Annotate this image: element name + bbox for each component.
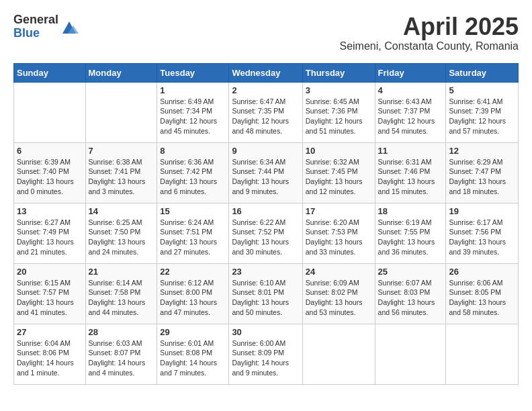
day-info: Sunrise: 6:29 AM Sunset: 7:47 PM Dayligh… xyxy=(449,157,515,197)
day-number: 19 xyxy=(449,206,515,216)
calendar-week-2: 13Sunrise: 6:27 AM Sunset: 7:49 PM Dayli… xyxy=(14,203,519,263)
day-info: Sunrise: 6:34 AM Sunset: 7:44 PM Dayligh… xyxy=(232,157,299,197)
day-info: Sunrise: 6:09 AM Sunset: 8:02 PM Dayligh… xyxy=(306,278,372,318)
calendar-cell: 1Sunrise: 6:49 AM Sunset: 7:34 PM Daylig… xyxy=(157,82,229,142)
calendar-cell: 23Sunrise: 6:10 AM Sunset: 8:01 PM Dayli… xyxy=(229,263,302,324)
calendar-cell: 22Sunrise: 6:12 AM Sunset: 8:00 PM Dayli… xyxy=(157,263,229,324)
day-info: Sunrise: 6:17 AM Sunset: 7:56 PM Dayligh… xyxy=(449,218,515,257)
calendar-cell: 21Sunrise: 6:14 AM Sunset: 7:58 PM Dayli… xyxy=(85,263,157,324)
day-number: 14 xyxy=(89,206,154,216)
day-number: 15 xyxy=(160,206,226,216)
day-info: Sunrise: 6:27 AM Sunset: 7:49 PM Dayligh… xyxy=(17,218,83,257)
day-info: Sunrise: 6:31 AM Sunset: 7:46 PM Dayligh… xyxy=(378,157,443,197)
calendar-cell: 25Sunrise: 6:07 AM Sunset: 8:03 PM Dayli… xyxy=(375,263,446,324)
calendar-cell: 12Sunrise: 6:29 AM Sunset: 7:47 PM Dayli… xyxy=(446,142,519,203)
calendar-cell: 11Sunrise: 6:31 AM Sunset: 7:46 PM Dayli… xyxy=(375,142,446,203)
calendar-cell: 16Sunrise: 6:22 AM Sunset: 7:52 PM Dayli… xyxy=(229,203,302,263)
logo-blue-text: Blue xyxy=(13,27,58,40)
calendar-week-3: 20Sunrise: 6:15 AM Sunset: 7:57 PM Dayli… xyxy=(14,263,519,324)
day-info: Sunrise: 6:14 AM Sunset: 7:58 PM Dayligh… xyxy=(89,278,154,318)
calendar-cell: 6Sunrise: 6:39 AM Sunset: 7:40 PM Daylig… xyxy=(14,142,86,203)
day-info: Sunrise: 6:06 AM Sunset: 8:05 PM Dayligh… xyxy=(449,278,515,318)
calendar-header: SundayMondayTuesdayWednesdayThursdayFrid… xyxy=(14,63,519,82)
day-number: 28 xyxy=(89,327,154,337)
calendar-cell: 29Sunrise: 6:01 AM Sunset: 8:08 PM Dayli… xyxy=(157,324,229,384)
day-number: 27 xyxy=(17,327,83,337)
header-row: SundayMondayTuesdayWednesdayThursdayFrid… xyxy=(14,63,519,82)
day-info: Sunrise: 6:07 AM Sunset: 8:03 PM Dayligh… xyxy=(378,278,443,318)
calendar-cell: 13Sunrise: 6:27 AM Sunset: 7:49 PM Dayli… xyxy=(14,203,86,263)
calendar-cell xyxy=(302,324,375,384)
day-number: 9 xyxy=(232,146,299,156)
day-number: 6 xyxy=(17,146,83,156)
calendar-cell: 10Sunrise: 6:32 AM Sunset: 7:45 PM Dayli… xyxy=(302,142,375,203)
calendar-cell: 20Sunrise: 6:15 AM Sunset: 7:57 PM Dayli… xyxy=(14,263,86,324)
calendar-cell xyxy=(85,82,157,142)
calendar-cell: 4Sunrise: 6:43 AM Sunset: 7:37 PM Daylig… xyxy=(375,82,446,142)
day-info: Sunrise: 6:45 AM Sunset: 7:36 PM Dayligh… xyxy=(306,97,372,136)
calendar-cell: 3Sunrise: 6:45 AM Sunset: 7:36 PM Daylig… xyxy=(302,82,375,142)
day-info: Sunrise: 6:38 AM Sunset: 7:41 PM Dayligh… xyxy=(89,157,154,197)
calendar-cell: 18Sunrise: 6:19 AM Sunset: 7:55 PM Dayli… xyxy=(375,203,446,263)
day-number: 12 xyxy=(449,146,515,156)
day-info: Sunrise: 6:49 AM Sunset: 7:34 PM Dayligh… xyxy=(160,97,226,136)
day-number: 25 xyxy=(378,267,443,277)
calendar-cell: 24Sunrise: 6:09 AM Sunset: 8:02 PM Dayli… xyxy=(302,263,375,324)
day-info: Sunrise: 6:39 AM Sunset: 7:40 PM Dayligh… xyxy=(17,157,83,197)
calendar-week-0: 1Sunrise: 6:49 AM Sunset: 7:34 PM Daylig… xyxy=(14,82,519,142)
day-number: 17 xyxy=(306,206,372,216)
calendar-cell: 8Sunrise: 6:36 AM Sunset: 7:42 PM Daylig… xyxy=(157,142,229,203)
logo-general-text: General xyxy=(13,13,58,27)
calendar-cell: 7Sunrise: 6:38 AM Sunset: 7:41 PM Daylig… xyxy=(85,142,157,203)
day-number: 5 xyxy=(449,85,515,95)
day-number: 3 xyxy=(306,85,372,95)
header-monday: Monday xyxy=(85,63,157,82)
calendar-cell: 9Sunrise: 6:34 AM Sunset: 7:44 PM Daylig… xyxy=(229,142,302,203)
day-number: 1 xyxy=(160,85,226,95)
calendar-week-4: 27Sunrise: 6:04 AM Sunset: 8:06 PM Dayli… xyxy=(14,324,519,384)
day-number: 24 xyxy=(306,267,372,277)
page-header: General Blue April 2025 Seimeni, Constan… xyxy=(13,13,519,52)
day-number: 22 xyxy=(160,267,226,277)
logo: General Blue xyxy=(13,13,79,40)
day-info: Sunrise: 6:04 AM Sunset: 8:06 PM Dayligh… xyxy=(17,338,83,378)
calendar-cell: 14Sunrise: 6:25 AM Sunset: 7:50 PM Dayli… xyxy=(85,203,157,263)
day-info: Sunrise: 6:03 AM Sunset: 8:07 PM Dayligh… xyxy=(89,338,154,378)
day-info: Sunrise: 6:19 AM Sunset: 7:55 PM Dayligh… xyxy=(378,218,443,257)
location-title: Seimeni, Constanta County, Romania xyxy=(339,40,519,52)
calendar-week-1: 6Sunrise: 6:39 AM Sunset: 7:40 PM Daylig… xyxy=(14,142,519,203)
logo-icon xyxy=(60,17,79,36)
day-info: Sunrise: 6:12 AM Sunset: 8:00 PM Dayligh… xyxy=(160,278,226,318)
day-info: Sunrise: 6:36 AM Sunset: 7:42 PM Dayligh… xyxy=(160,157,226,197)
day-number: 26 xyxy=(449,267,515,277)
day-number: 23 xyxy=(232,267,299,277)
day-info: Sunrise: 6:20 AM Sunset: 7:53 PM Dayligh… xyxy=(306,218,372,257)
calendar-cell: 26Sunrise: 6:06 AM Sunset: 8:05 PM Dayli… xyxy=(446,263,519,324)
day-number: 10 xyxy=(306,146,372,156)
calendar-cell xyxy=(375,324,446,384)
calendar-table: SundayMondayTuesdayWednesdayThursdayFrid… xyxy=(13,63,519,385)
calendar-cell: 15Sunrise: 6:24 AM Sunset: 7:51 PM Dayli… xyxy=(157,203,229,263)
day-info: Sunrise: 6:47 AM Sunset: 7:35 PM Dayligh… xyxy=(232,97,299,136)
header-sunday: Sunday xyxy=(14,63,86,82)
day-info: Sunrise: 6:01 AM Sunset: 8:08 PM Dayligh… xyxy=(160,338,226,378)
calendar-cell: 28Sunrise: 6:03 AM Sunset: 8:07 PM Dayli… xyxy=(85,324,157,384)
header-friday: Friday xyxy=(375,63,446,82)
calendar-cell: 30Sunrise: 6:00 AM Sunset: 8:09 PM Dayli… xyxy=(229,324,302,384)
day-info: Sunrise: 6:24 AM Sunset: 7:51 PM Dayligh… xyxy=(160,218,226,257)
day-info: Sunrise: 6:32 AM Sunset: 7:45 PM Dayligh… xyxy=(306,157,372,197)
day-number: 4 xyxy=(378,85,443,95)
day-number: 30 xyxy=(232,327,299,337)
day-info: Sunrise: 6:22 AM Sunset: 7:52 PM Dayligh… xyxy=(232,218,299,257)
header-saturday: Saturday xyxy=(446,63,519,82)
day-number: 18 xyxy=(378,206,443,216)
calendar-cell: 2Sunrise: 6:47 AM Sunset: 7:35 PM Daylig… xyxy=(229,82,302,142)
header-tuesday: Tuesday xyxy=(157,63,229,82)
day-info: Sunrise: 6:15 AM Sunset: 7:57 PM Dayligh… xyxy=(17,278,83,318)
calendar-cell xyxy=(14,82,86,142)
calendar-body: 1Sunrise: 6:49 AM Sunset: 7:34 PM Daylig… xyxy=(14,82,519,384)
header-thursday: Thursday xyxy=(302,63,375,82)
day-info: Sunrise: 6:10 AM Sunset: 8:01 PM Dayligh… xyxy=(232,278,299,318)
day-number: 21 xyxy=(89,267,154,277)
month-title: April 2025 xyxy=(339,13,519,40)
